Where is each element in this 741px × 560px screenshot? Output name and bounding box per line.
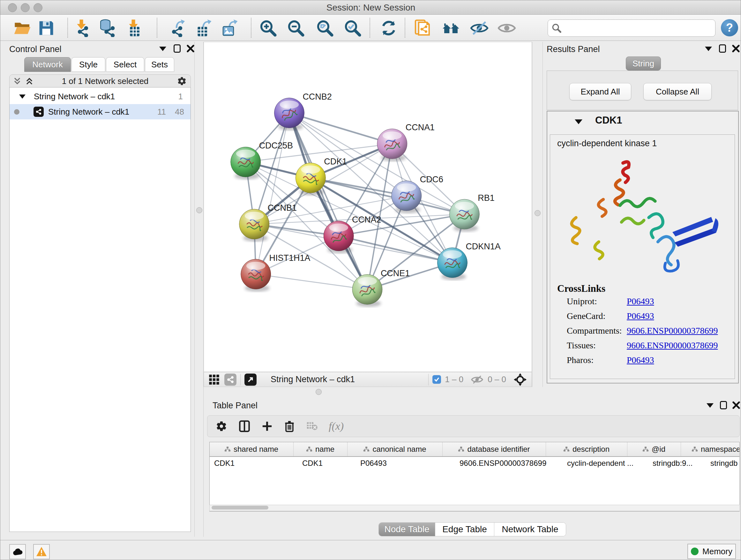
tab-network-table[interactable]: Network Table — [494, 523, 566, 536]
right-splitter[interactable] — [532, 42, 543, 397]
float-panel-icon[interactable] — [706, 403, 714, 408]
export-table-icon[interactable] — [195, 19, 213, 37]
create-column-plus-icon[interactable] — [262, 421, 273, 432]
collection-expand-icon[interactable] — [19, 95, 25, 99]
expand-all-button[interactable]: Expand All — [569, 83, 631, 100]
table-row[interactable]: CDK1CDK1P064939606.ENSP00000378699cyclin… — [210, 457, 740, 470]
column-header-3[interactable]: database identifier — [443, 442, 546, 456]
hide-unselected-eye-icon[interactable] — [470, 19, 488, 37]
maximize-panel-icon[interactable] — [720, 401, 727, 409]
column-header-4[interactable]: description — [546, 442, 627, 456]
warning-status-button[interactable] — [33, 544, 50, 559]
table-cell[interactable]: CDK1 — [210, 457, 298, 470]
crosslink-compartments-link[interactable]: 9606.ENSP00000378699 — [627, 326, 718, 336]
help-button[interactable]: ? — [721, 19, 738, 37]
left-splitter-handle[interactable] — [196, 207, 202, 213]
show-columns-icon[interactable] — [239, 420, 250, 432]
scrollbar-thumb[interactable] — [212, 506, 268, 509]
hidden-eye-icon[interactable] — [470, 374, 484, 385]
node-HIST1H1A[interactable]: HIST1H1A — [241, 253, 311, 292]
import-network-file-icon[interactable] — [72, 19, 91, 37]
cloud-status-button[interactable] — [9, 544, 26, 559]
edge-CCNB2-HIST1H1A[interactable] — [256, 113, 289, 274]
expand-all-icon[interactable] — [25, 77, 33, 85]
column-header-6[interactable]: namespace — [681, 442, 740, 456]
right-splitter-handle[interactable] — [535, 210, 541, 216]
column-header-1[interactable]: name — [293, 442, 347, 456]
tab-edge-table[interactable]: Edge Table — [435, 523, 494, 536]
edge-CCNA2-CDKN1A[interactable] — [339, 236, 452, 263]
table-cell[interactable]: CDK1 — [298, 457, 356, 470]
birds-eye-grid-icon[interactable] — [208, 374, 220, 385]
tab-select[interactable]: Select — [106, 57, 144, 72]
tab-node-table[interactable]: Node Table — [379, 523, 435, 536]
table-cell[interactable]: 9606.ENSP00000378699 — [455, 457, 562, 470]
open-session-icon[interactable] — [13, 19, 31, 37]
zoom-out-icon[interactable] — [286, 19, 305, 37]
table-cell[interactable]: cyclin-dependent ... — [562, 457, 648, 470]
string-document-icon[interactable] — [414, 19, 432, 37]
maximize-panel-icon[interactable] — [174, 44, 181, 53]
network-row[interactable]: String Network – cdk1 11 48 — [10, 104, 191, 119]
table-horizontal-scrollbar[interactable] — [209, 505, 740, 511]
network-collection-row[interactable]: String Network – cdk1 1 — [10, 89, 191, 104]
home-networks-icon[interactable] — [442, 19, 460, 37]
crosslink-tissues-link[interactable]: 9606.ENSP00000378699 — [627, 340, 718, 351]
fit-selected-crosshair-icon[interactable] — [514, 373, 527, 386]
collapse-all-icon[interactable] — [13, 77, 21, 85]
import-table-icon[interactable] — [124, 19, 143, 37]
table-cell[interactable]: P06493 — [356, 457, 455, 470]
open-in-window-icon[interactable] — [245, 374, 257, 386]
network-canvas[interactable]: CCNB2CCNA1CDC25BCDK1CDC6RB1CCNB1CCNA2CDK… — [204, 42, 532, 372]
node-CDK1[interactable]: CDK1 — [295, 157, 347, 195]
node-CCNA1[interactable]: CCNA1 — [377, 123, 434, 161]
tab-network[interactable]: Network — [24, 57, 71, 72]
horizontal-splitter-handle[interactable] — [316, 389, 322, 395]
table-cell[interactable]: stringdb — [706, 457, 740, 470]
memory-button[interactable]: Memory — [687, 544, 736, 559]
node-CCNB2[interactable]: CCNB2 — [274, 92, 332, 131]
collapse-all-button[interactable]: Collapse All — [643, 83, 712, 100]
float-panel-icon[interactable] — [159, 47, 166, 51]
delete-column-trash-icon[interactable] — [284, 420, 295, 432]
search-input[interactable] — [564, 23, 711, 34]
network-options-gear-icon[interactable] — [177, 76, 187, 86]
column-header-5[interactable]: @id — [627, 442, 681, 456]
edge-CCNB2-RB1[interactable] — [289, 113, 464, 214]
export-network-icon[interactable] — [170, 19, 188, 37]
tab-style[interactable]: Style — [71, 57, 105, 72]
close-panel-icon[interactable] — [732, 401, 740, 409]
zoom-in-icon[interactable] — [259, 19, 277, 37]
save-session-icon[interactable] — [37, 19, 56, 37]
zoom-fit-icon[interactable] — [316, 19, 334, 37]
column-header-2[interactable]: canonical name — [347, 442, 443, 456]
edge-CCNB2-CCNA1[interactable] — [289, 113, 392, 144]
node-RB1[interactable]: RB1 — [450, 193, 495, 232]
export-image-icon[interactable] — [221, 19, 240, 37]
show-all-eye-icon[interactable] — [497, 19, 516, 37]
selected-checkbox-icon[interactable] — [432, 375, 441, 384]
network-graph[interactable]: CCNB2CCNA1CDC25BCDK1CDC6RB1CCNB1CCNA2CDK… — [204, 42, 532, 372]
close-panel-icon[interactable] — [186, 44, 195, 53]
protein-collapse-icon[interactable] — [575, 119, 583, 124]
search-box[interactable] — [548, 19, 716, 37]
node-CDKN1A[interactable]: CDKN1A — [437, 242, 501, 280]
table-options-gear-icon[interactable] — [216, 421, 227, 432]
column-header-0[interactable]: shared name — [210, 442, 293, 456]
crosslink-genecard-link[interactable]: P06493 — [627, 311, 654, 321]
close-panel-icon[interactable] — [732, 44, 740, 53]
string-view-chip-icon[interactable] — [224, 374, 237, 386]
zoom-selected-icon[interactable] — [343, 19, 362, 37]
crosslink-pharos-link[interactable]: P06493 — [627, 355, 654, 365]
tab-string-results[interactable]: String — [626, 57, 661, 71]
float-panel-icon[interactable] — [705, 47, 712, 51]
apply-layout-icon[interactable] — [380, 19, 398, 37]
edge-CCNB2-CCNE1[interactable] — [289, 113, 367, 290]
import-network-database-icon[interactable] — [98, 19, 116, 37]
edge-HIST1H1A-CCNE1[interactable] — [256, 274, 367, 290]
maximize-panel-icon[interactable] — [719, 44, 726, 53]
left-splitter[interactable] — [194, 42, 204, 537]
table-cell[interactable]: stringdb:9... — [648, 457, 706, 470]
tab-sets[interactable]: Sets — [145, 57, 174, 72]
crosslink-uniprot-link[interactable]: P06493 — [627, 296, 654, 307]
